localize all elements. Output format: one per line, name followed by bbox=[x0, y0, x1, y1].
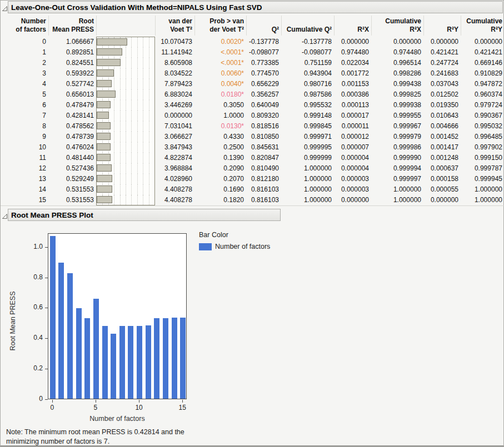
table-row[interactable]: 20.8245518.605908<.0001*0.7733850.751159… bbox=[1, 58, 504, 68]
press-bar[interactable] bbox=[146, 325, 151, 399]
table-row[interactable]: 150.5315534.4082780.18200.8161031.000000… bbox=[1, 195, 504, 205]
press-bar[interactable] bbox=[58, 263, 64, 399]
cell-cum-r2x: 0.999825 bbox=[371, 89, 423, 100]
cell-r2x: 0.001772 bbox=[334, 68, 371, 79]
press-bar[interactable] bbox=[102, 326, 108, 399]
cell-r2y: 0.001452 bbox=[423, 132, 461, 142]
rmpress-mini-bar[interactable] bbox=[97, 69, 114, 77]
bar-gridline bbox=[143, 174, 143, 184]
press-bar[interactable] bbox=[76, 308, 82, 399]
cell-cum-r2x: 0.974480 bbox=[371, 47, 423, 58]
table-row[interactable]: 100.4760243.8479430.25000.8456310.999995… bbox=[1, 142, 504, 153]
cell-rmpress: 0.656013 bbox=[48, 89, 96, 100]
cell-rmpress: 0.892851 bbox=[48, 47, 96, 58]
bar-gridline bbox=[120, 100, 121, 111]
cell-q2: 0.845631 bbox=[246, 142, 281, 153]
press-bar[interactable] bbox=[172, 318, 177, 399]
cell-cum-r2y: 0.910829 bbox=[461, 68, 504, 79]
cell-r2y: 0.421421 bbox=[423, 47, 461, 58]
bar-gridline bbox=[137, 153, 138, 163]
press-bar[interactable] bbox=[119, 326, 125, 399]
cell-voet-t2: 3.968884 bbox=[155, 163, 194, 174]
table-row[interactable]: 110.4814404.8228740.13900.8208470.999999… bbox=[1, 153, 504, 163]
press-bar[interactable] bbox=[154, 318, 159, 399]
cell-bar-graph bbox=[96, 184, 155, 195]
rmpress-mini-bar[interactable] bbox=[97, 164, 112, 172]
press-bar[interactable] bbox=[111, 334, 116, 399]
rmpress-mini-bar[interactable] bbox=[97, 196, 112, 203]
cell-cum-r2x: 0.999997 bbox=[371, 174, 423, 184]
section-header-press-plot[interactable]: Root Mean PRESS Plot bbox=[8, 209, 281, 221]
cell-prob: 0.2500 bbox=[194, 142, 246, 153]
table-row[interactable]: 120.5274363.9688840.20900.8104901.000000… bbox=[1, 163, 504, 174]
rmpress-mini-bar[interactable] bbox=[97, 101, 111, 108]
cell-r2y: 0.000637 bbox=[423, 163, 461, 174]
cv-table-header: Number of factorsRoot Mean PRESSvan der … bbox=[1, 16, 504, 37]
table-row[interactable]: 140.5315534.4082780.16900.8161031.000000… bbox=[1, 184, 504, 195]
table-row[interactable]: 30.5939228.0345220.0060*0.7745700.943904… bbox=[1, 68, 504, 79]
disclosure-triangle-icon[interactable] bbox=[2, 212, 8, 218]
cell-rmpress: 0.527436 bbox=[48, 163, 96, 174]
cell-prob: 0.0180* bbox=[194, 89, 246, 100]
y-tick-label: 0 bbox=[21, 395, 43, 403]
cell-r2y: 0.000055 bbox=[423, 184, 461, 195]
rmpress-mini-bar[interactable] bbox=[97, 175, 112, 182]
table-row[interactable]: 10.89285111.141942<.0001*-0.098077-0.098… bbox=[1, 47, 504, 58]
y-tick-mark bbox=[45, 247, 48, 248]
bar-gridline bbox=[149, 174, 149, 184]
cell-cum-q2: 0.943904 bbox=[281, 68, 334, 79]
rmpress-mini-bar[interactable] bbox=[97, 133, 111, 140]
cell-cum-q2: -0.137778 bbox=[281, 37, 334, 47]
cell-prob: 0.0130* bbox=[194, 121, 246, 132]
table-row[interactable]: 80.4785627.0310410.0130*0.8185160.999845… bbox=[1, 121, 504, 132]
cell-prob: 0.0020* bbox=[194, 37, 246, 47]
cell-r2x: 0.000011 bbox=[334, 121, 371, 132]
x-tick-mark bbox=[96, 400, 96, 403]
press-bar[interactable] bbox=[93, 299, 99, 399]
table-row[interactable]: 60.4784793.4462690.30500.6400490.9955320… bbox=[1, 100, 504, 111]
press-bar[interactable] bbox=[128, 326, 133, 399]
rmpress-mini-bar[interactable] bbox=[97, 91, 116, 98]
x-axis-label: Number of factors bbox=[48, 415, 187, 423]
rmpress-mini-bar[interactable] bbox=[97, 59, 121, 66]
table-row[interactable]: 50.6560136.8830240.0180*0.3562570.987586… bbox=[1, 89, 504, 100]
cell-rmpress: 0.593922 bbox=[48, 68, 96, 79]
table-row[interactable]: 70.4281410.0000001.00000.8093200.9991480… bbox=[1, 111, 504, 121]
rmpress-mini-bar[interactable] bbox=[97, 80, 112, 87]
bar-gridline bbox=[137, 174, 138, 184]
table-row[interactable]: 130.5292494.0289600.20700.8121801.000000… bbox=[1, 174, 504, 184]
bar-gridline bbox=[131, 184, 132, 195]
bar-gridline bbox=[114, 142, 114, 153]
press-bar[interactable] bbox=[163, 318, 168, 399]
legend-entry[interactable]: Number of factors bbox=[199, 243, 270, 250]
rmpress-mini-bar[interactable] bbox=[97, 122, 111, 129]
rmpress-mini-bar[interactable] bbox=[97, 185, 112, 193]
cell-prob: 0.1690 bbox=[194, 184, 246, 195]
cell-prob: 0.4330 bbox=[194, 132, 246, 142]
legend-title: Bar Color bbox=[199, 231, 270, 239]
rmpress-mini-bar[interactable] bbox=[97, 48, 122, 56]
cell-cum-q2: 0.980716 bbox=[281, 79, 334, 89]
press-bar[interactable] bbox=[137, 326, 142, 399]
rmpress-mini-bar[interactable] bbox=[97, 112, 109, 119]
rmpress-mini-bar[interactable] bbox=[97, 38, 127, 46]
press-bar[interactable] bbox=[180, 318, 186, 399]
section-header-cross-validation[interactable]: Leave-One-Out Cross Validation With Meth… bbox=[8, 1, 503, 13]
bar-gridline bbox=[143, 47, 143, 58]
legend-color-swatch[interactable] bbox=[199, 243, 212, 250]
table-row[interactable]: 40.5277427.8794230.0040*0.6562290.980716… bbox=[1, 79, 504, 89]
bar-gridline bbox=[143, 68, 143, 79]
disclosure-triangle-icon[interactable] bbox=[2, 4, 8, 10]
press-bar[interactable] bbox=[50, 236, 56, 399]
rmpress-mini-bar[interactable] bbox=[97, 154, 111, 161]
y-tick-label: 0.8 bbox=[21, 273, 43, 281]
cell-rmpress: 0.476024 bbox=[48, 142, 96, 153]
cell-q2: 0.816103 bbox=[246, 195, 281, 205]
table-row[interactable]: 90.4787393.0666270.43300.8108500.9999710… bbox=[1, 132, 504, 142]
table-row[interactable]: 01.06666710.0704730.0020*-0.137778-0.137… bbox=[1, 37, 504, 47]
cell-cum-r2y: 0.000000 bbox=[461, 37, 504, 47]
rmpress-mini-bar[interactable] bbox=[97, 143, 111, 150]
press-bar[interactable] bbox=[84, 318, 90, 399]
cell-cum-q2: 1.000000 bbox=[281, 195, 334, 205]
press-bar[interactable] bbox=[67, 273, 73, 399]
